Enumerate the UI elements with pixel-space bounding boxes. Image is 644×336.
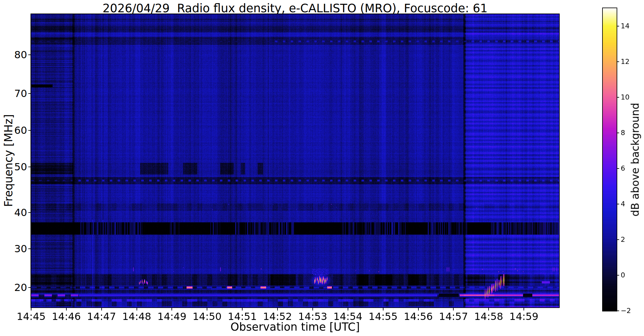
callisto-spectrogram-figure: 2026/04/29 Radio flux density, e-CALLIST…: [0, 0, 644, 336]
colorbar-tick-label: 14: [621, 23, 630, 30]
colorbar-tick-mark: [617, 26, 619, 26]
colorbar-tick-label: 6: [621, 165, 625, 172]
y-tick-mark: [28, 93, 31, 94]
x-tick-mark: [348, 308, 348, 310]
colorbar-tick-mark: [617, 168, 619, 169]
colorbar-tick-label: 12: [621, 58, 630, 65]
y-tick-mark: [28, 248, 31, 249]
colorbar-tick-label: −2: [621, 307, 631, 314]
y-tick-label: 70: [0, 88, 27, 99]
y-tick-label: 80: [0, 50, 27, 60]
x-tick-mark: [31, 308, 31, 310]
x-tick-mark: [101, 308, 102, 310]
y-tick-mark: [28, 212, 31, 213]
y-tick-mark: [28, 287, 31, 288]
colorbar-tick-label: 8: [621, 129, 625, 136]
colorbar-label: dB above background: [629, 103, 641, 217]
y-tick-mark: [28, 167, 31, 167]
y-tick-label: 30: [0, 244, 27, 254]
x-tick-mark: [207, 308, 207, 310]
x-tick-mark: [383, 308, 384, 310]
x-tick-mark: [312, 308, 313, 310]
colorbar-tick-mark: [617, 97, 619, 98]
spectrogram-canvas: [31, 14, 559, 307]
colorbar-tick-mark: [617, 133, 619, 133]
colorbar-tick-label: 4: [621, 201, 625, 208]
x-tick-mark: [277, 308, 278, 310]
y-axis-label: Frequency [MHz]: [2, 114, 15, 207]
x-tick-mark: [242, 308, 243, 310]
x-tick-mark: [66, 308, 67, 310]
colorbar-canvas: [603, 8, 617, 311]
y-tick-mark: [28, 130, 31, 131]
x-tick-mark: [171, 308, 172, 310]
colorbar-tick-mark: [617, 275, 619, 276]
y-tick-label: 20: [0, 282, 27, 293]
x-tick-mark: [524, 308, 524, 310]
colorbar-tick-mark: [617, 239, 619, 240]
x-tick-mark: [453, 308, 454, 310]
page-title: 2026/04/29 Radio flux density, e-CALLIST…: [31, 2, 559, 15]
colorbar-tick-mark: [617, 204, 619, 204]
colorbar-tick-label: 0: [621, 272, 625, 279]
x-tick-mark: [137, 308, 137, 310]
colorbar-tick-mark: [617, 61, 619, 62]
x-tick-mark: [488, 308, 489, 310]
colorbar-tick-mark: [617, 310, 619, 311]
x-tick-mark: [418, 308, 419, 310]
x-axis-label: Observation time [UTC]: [31, 321, 559, 333]
y-tick-label: 40: [0, 208, 27, 218]
y-tick-mark: [28, 54, 31, 55]
colorbar-tick-label: 10: [621, 94, 630, 101]
colorbar-tick-label: 2: [621, 236, 625, 243]
